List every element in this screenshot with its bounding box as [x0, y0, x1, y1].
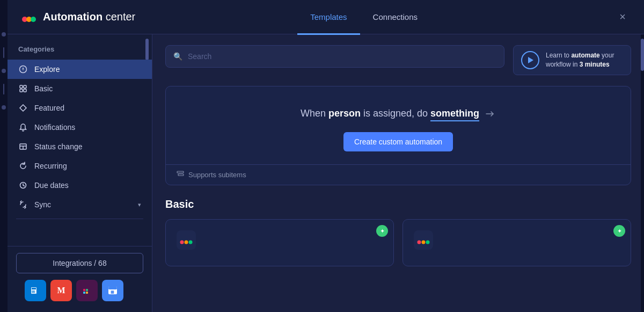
monday-logo-icon	[20, 9, 38, 26]
gmail-icon[interactable]: M	[50, 280, 72, 301]
bell-icon	[18, 122, 28, 132]
sparkle-badge-1: ✦	[376, 225, 388, 237]
svg-point-29	[418, 241, 421, 244]
svg-rect-9	[24, 89, 26, 92]
table-icon	[18, 142, 28, 151]
sync-icon	[18, 200, 28, 209]
modal-header: Automation center Templates Connections …	[8, 0, 644, 34]
search-icon: 🔍	[173, 52, 182, 61]
play-triangle-icon	[528, 57, 533, 63]
basic-section-heading: Basic	[165, 198, 631, 211]
gmail-letter: M	[57, 286, 65, 295]
learn-card-text: Learn to automate your workflow in 3 min…	[546, 51, 614, 69]
svg-rect-24	[177, 171, 184, 173]
sidebar-bottom: Integrations / 68 ✉ M	[8, 246, 152, 312]
right-scrollbar[interactable]	[641, 34, 644, 312]
sidebar-item-sync-label: Sync	[34, 200, 51, 209]
svg-point-28	[189, 241, 193, 244]
tab-templates[interactable]: Templates	[297, 1, 360, 35]
sidebar-item-status-label: Status change	[34, 142, 83, 151]
tab-connections[interactable]: Connections	[360, 1, 430, 35]
sidebar-item-featured[interactable]: Featured	[8, 98, 152, 118]
compass-icon	[18, 64, 28, 74]
custom-automation-inner: When person is assigned, do something Cr…	[166, 86, 631, 164]
card-logo-1	[177, 230, 196, 250]
template-card-1[interactable]: ✦	[165, 219, 394, 266]
chevron-down-icon: ▾	[138, 201, 141, 208]
edge-dot	[2, 32, 6, 37]
sidebar-item-basic[interactable]: Basic	[8, 79, 152, 98]
header-tabs: Templates Connections	[114, 0, 614, 34]
close-button[interactable]: ×	[614, 9, 631, 26]
svg-point-26	[180, 241, 184, 244]
sidebar-item-recurring[interactable]: Recurring	[8, 156, 152, 176]
svg-point-2	[31, 17, 36, 22]
grid-icon	[18, 84, 28, 93]
play-button[interactable]	[521, 51, 539, 69]
automation-modal: Automation center Templates Connections …	[8, 0, 644, 312]
edge-dot	[2, 105, 6, 110]
supports-subitems-label: Supports subitems	[188, 171, 246, 179]
integrations-button[interactable]: Integrations / 68	[16, 253, 143, 273]
sidebar-item-due-dates[interactable]: Due dates	[8, 176, 152, 195]
subitems-icon	[177, 170, 184, 179]
slack-icon[interactable]	[76, 280, 98, 301]
scroll-indicator	[145, 39, 149, 60]
automation-cards-grid: ✦ ✦	[165, 219, 631, 266]
sidebar-item-due-dates-label: Due dates	[34, 181, 69, 190]
edge-dot	[2, 69, 6, 73]
svg-text:✉: ✉	[32, 290, 35, 294]
svg-rect-15	[32, 288, 36, 289]
learn-video-card[interactable]: Learn to automate your workflow in 3 min…	[513, 45, 631, 75]
main-content: 🔍 Learn to automate your workflow in 3 m…	[152, 34, 644, 312]
sidebar-scroll-area: Categories Explore	[8, 34, 152, 246]
sidebar-item-explore[interactable]: Explore	[8, 60, 152, 79]
card-logo-2	[414, 230, 433, 250]
search-input[interactable]	[188, 52, 496, 61]
categories-label: Categories	[8, 43, 152, 60]
diamond-icon	[18, 103, 28, 113]
sparkle-badge-2: ✦	[613, 225, 625, 237]
sidebar-item-sync[interactable]: Sync ▾	[8, 195, 152, 214]
sidebar: Categories Explore	[8, 34, 152, 312]
sidebar-item-recurring-label: Recurring	[34, 162, 67, 170]
svg-rect-22	[108, 287, 117, 289]
svg-rect-18	[83, 292, 85, 294]
sidebar-item-basic-label: Basic	[34, 84, 53, 93]
edge-line	[3, 47, 4, 58]
svg-rect-25	[178, 174, 184, 176]
modal-body: Categories Explore	[8, 34, 644, 312]
svg-point-31	[426, 241, 430, 244]
svg-rect-17	[83, 289, 85, 291]
custom-automation-card: When person is assigned, do something Cr…	[165, 86, 631, 185]
google-calendar-icon[interactable]: ▦	[102, 280, 123, 301]
edge-line	[3, 84, 4, 95]
svg-point-27	[185, 241, 188, 244]
create-custom-automation-button[interactable]: Create custom automation	[343, 132, 453, 151]
svg-rect-7	[24, 85, 26, 88]
integration-icons-row: ✉ M	[16, 273, 143, 306]
card-footer: Supports subitems	[166, 164, 631, 185]
sidebar-item-notifications-label: Notifications	[34, 123, 75, 132]
scrollbar-thumb	[641, 39, 644, 71]
sidebar-item-status-change[interactable]: Status change	[8, 137, 152, 156]
refresh-icon	[18, 161, 28, 171]
svg-text:▦: ▦	[111, 290, 114, 294]
clock-icon	[18, 180, 28, 190]
svg-rect-19	[86, 289, 88, 291]
sidebar-item-featured-label: Featured	[34, 104, 64, 112]
main-top-bar: 🔍 Learn to automate your workflow in 3 m…	[165, 45, 631, 75]
outlook-icon[interactable]: ✉	[25, 280, 46, 301]
sidebar-item-notifications[interactable]: Notifications	[8, 118, 152, 137]
left-edge-sidebar	[0, 0, 8, 312]
template-card-2[interactable]: ✦	[402, 219, 631, 266]
svg-rect-20	[86, 292, 88, 294]
automation-sentence: When person is assigned, do something	[301, 108, 496, 121]
sidebar-divider	[16, 219, 143, 219]
svg-point-30	[422, 241, 426, 244]
svg-rect-6	[20, 85, 23, 88]
svg-rect-8	[20, 89, 23, 92]
search-bar[interactable]: 🔍	[165, 45, 504, 68]
sidebar-item-explore-label: Explore	[34, 65, 60, 74]
